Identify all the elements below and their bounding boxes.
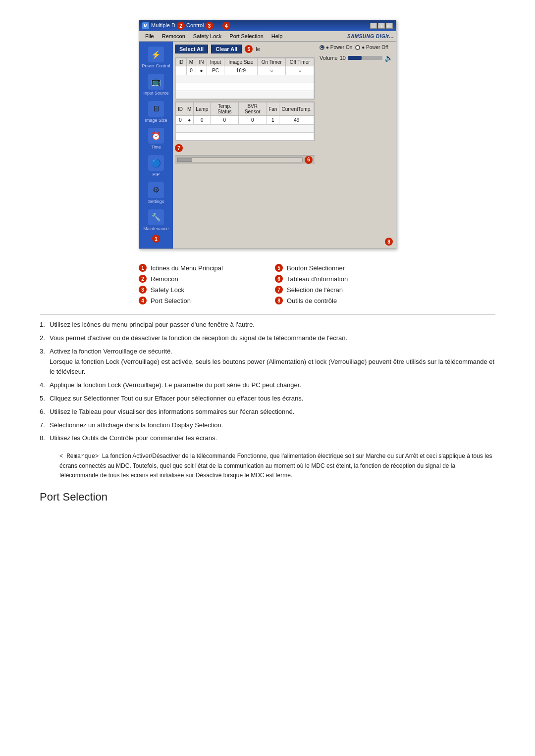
cell-imagesize: 16:9 — [224, 66, 258, 75]
maximize-button[interactable]: □ — [378, 23, 385, 29]
legend-text-3: Safety Lock — [151, 286, 184, 294]
close-button[interactable]: × — [386, 23, 393, 29]
power-off-circle — [355, 45, 360, 50]
numbered-list: Utilisez les icônes du menu principal po… — [40, 320, 495, 444]
menu-help[interactable]: Help — [268, 32, 287, 40]
select-all-button[interactable]: Select All — [175, 45, 208, 53]
legend-badge-4: 4 — [139, 297, 147, 304]
legend-text-6: Tableau d'information — [287, 275, 348, 283]
legend-badge-8: 8 — [275, 297, 283, 304]
legend-right: 5 Bouton Sélectionner 6 Tableau d'inform… — [275, 264, 396, 304]
col-input: Input — [207, 58, 224, 66]
sidebar-item-input[interactable]: 📺 Input Source — [139, 72, 173, 98]
badge-5-inline: 5 — [245, 45, 253, 53]
volume-fill — [348, 56, 362, 60]
cell-input: PC — [207, 66, 224, 75]
cell-tempstatus: 0 — [211, 116, 239, 125]
badge-2: 2 — [177, 22, 185, 30]
cell-in: ● — [196, 66, 207, 75]
legend-left: 1 Icônes du Menu Principal 2 Remocon 3 S… — [139, 264, 260, 304]
list-item-2: Vous permet d'activer ou de désactiver l… — [40, 333, 495, 344]
volume-section: Volume 10 🔈 — [320, 54, 393, 62]
mdc-window: M Multiple D 2 Control 3 4 _ □ × File Re… — [139, 20, 396, 249]
mdc-toolbar: Select All Clear All 5 le — [175, 45, 315, 53]
badge-6: 6 — [305, 156, 313, 164]
time-icon: ⏰ — [148, 128, 164, 144]
power-on-circle — [320, 45, 324, 50]
toolbar-filler: le — [256, 46, 260, 52]
col-bvr: BVR Sensor — [239, 102, 267, 116]
legend-text-2: Remocon — [151, 275, 178, 283]
menu-file[interactable]: File — [141, 32, 158, 40]
col-imagesize: Image Size — [224, 58, 258, 66]
titlebar-left: M Multiple D 2 Control 3 4 — [142, 22, 230, 30]
volume-slider[interactable] — [348, 56, 382, 60]
settings-icon: ⚙ — [148, 182, 164, 198]
cell-ontimer: ○ — [258, 66, 286, 75]
cell-fan: 1 — [267, 116, 279, 125]
sidebar-label-time: Time — [151, 145, 161, 150]
legend-text-1: Icônes du Menu Principal — [151, 264, 223, 272]
table-row — [176, 133, 314, 141]
lower-table-wrapper: ID M Lamp Temp. Status BVR Sensor Fan Cu… — [175, 101, 315, 141]
list-item-5: Cliquez sur Sélectionner Tout ou sur Eff… — [40, 394, 495, 404]
titlebar-controls: _ □ × — [370, 23, 393, 29]
legend-badge-7: 7 — [275, 286, 283, 294]
minimize-button[interactable]: _ — [370, 23, 377, 29]
sidebar-item-time[interactable]: ⏰ Time — [139, 126, 173, 152]
window-bottom-bar: 6 — [175, 155, 315, 164]
col-fan: Fan — [267, 102, 279, 116]
col-id2: ID — [176, 102, 185, 116]
menu-remocon[interactable]: Remocon — [158, 32, 189, 40]
cell-m2: ● — [185, 116, 194, 125]
sidebar-item-settings[interactable]: ⚙ Settings — [139, 180, 173, 206]
sidebar-label-power: Power Control — [142, 63, 170, 69]
mdc-titlebar: M Multiple D 2 Control 3 4 _ □ × — [139, 20, 396, 31]
power-section: ● Power On ● Power Off — [320, 45, 393, 50]
upper-table-wrapper: ID M IN Input Image Size On Timer Off Ti… — [175, 57, 315, 100]
sidebar-item-maintenance[interactable]: 🔧 Maintenance — [139, 207, 173, 234]
mdc-menubar: File Remocon Safety Lock Port Selection … — [139, 31, 396, 42]
sidebar-item-power[interactable]: ⚡ Power Control — [139, 45, 173, 71]
legend-text-5: Bouton Sélectionner — [287, 264, 345, 272]
cell-currenttemp: 49 — [279, 116, 314, 125]
menu-port-selection[interactable]: Port Selection — [225, 32, 267, 40]
page-wrapper: M Multiple D 2 Control 3 4 _ □ × File Re… — [0, 0, 535, 533]
legend-badge-1: 1 — [139, 264, 147, 272]
table-row: 0 ● 0 0 0 1 49 — [176, 116, 314, 125]
legend-item-4: 4 Port Selection — [139, 297, 260, 304]
volume-value: 10 — [340, 55, 346, 61]
power-off-label: ● Power Off — [362, 45, 388, 50]
menu-safety-lock[interactable]: Safety Lock — [189, 32, 225, 40]
speaker-icon[interactable]: 🔈 — [384, 54, 393, 62]
col-id: ID — [176, 58, 187, 66]
col-offtimer: Off Timer — [286, 58, 314, 66]
mdc-sidebar: ⚡ Power Control 📺 Input Source 🖥 Image S… — [139, 42, 173, 249]
table-row — [176, 91, 314, 99]
power-off-radio[interactable]: ● Power Off — [355, 45, 388, 50]
scrollbar-h[interactable] — [177, 157, 303, 162]
clear-all-button[interactable]: Clear All — [211, 45, 242, 53]
sidebar-item-image[interactable]: 🖥 Image Size — [139, 99, 173, 125]
sidebar-item-pip[interactable]: 🔵 PIP — [139, 153, 173, 179]
app-icon: M — [142, 22, 149, 29]
divider — [40, 314, 495, 315]
input-icon: 📺 — [148, 74, 164, 90]
badge-8: 8 — [385, 238, 393, 246]
power-on-radio[interactable]: ● Power On — [320, 45, 352, 50]
image-icon: 🖥 — [148, 101, 164, 117]
sidebar-label-input: Input Source — [143, 91, 168, 96]
table-row — [176, 125, 314, 133]
table-row: 0 ● PC 16:9 ○ ○ — [176, 66, 314, 75]
sidebar-label-pip: PIP — [153, 172, 160, 177]
legend-text-8: Outils de contrôle — [287, 297, 337, 304]
col-in: IN — [196, 58, 207, 66]
badge-1: 1 — [152, 235, 160, 243]
legend-item-5: 5 Bouton Sélectionner — [275, 264, 396, 272]
power-on-label: ● Power On — [326, 45, 352, 50]
remark-keyword: < Remarque> — [59, 453, 99, 460]
legend-badge-5: 5 — [275, 264, 283, 272]
legend-badge-6: 6 — [275, 275, 283, 283]
pip-icon: 🔵 — [148, 155, 164, 171]
cell-id — [176, 66, 187, 75]
